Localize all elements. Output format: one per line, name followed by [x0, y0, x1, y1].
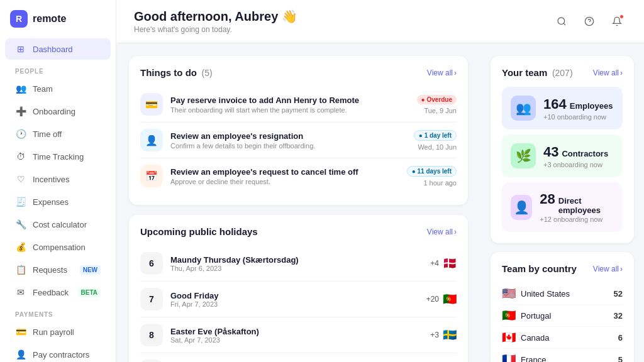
cost-calculator-icon: 🔧: [15, 219, 26, 230]
holiday-item: 6 Maundy Thursday (Skærtorsdag) Thu, Apr…: [140, 246, 457, 282]
sidebar-item-requests[interactable]: 📋 Requests NEW: [5, 259, 111, 280]
todos-view-all[interactable]: View all ›: [427, 69, 457, 77]
run-payroll-icon: 💳: [15, 326, 26, 337]
your-team-view-all[interactable]: View all ›: [593, 69, 623, 77]
task-title: Review an employee's resignation: [170, 131, 406, 141]
team-stat-direct: 👤 28 Direct employees +12 onboarding now: [502, 182, 623, 232]
people-section-label: PEOPLE: [0, 60, 116, 77]
center-column: Things to do (5) View all › 💳 Pay reserv…: [116, 43, 480, 362]
sidebar-item-label: Pay contractors: [33, 350, 89, 359]
country-flag: 🇨🇦: [502, 331, 516, 344]
task-icon-invoice: 💳: [140, 93, 163, 116]
logo-text: remote: [33, 13, 66, 25]
sidebar-item-label: Incentives: [33, 175, 70, 184]
sidebar-item-onboarding[interactable]: ➕ Onboarding: [5, 101, 111, 122]
holiday-meta: +3 🇸🇪: [430, 328, 457, 342]
main-content: Good afternoon, Aubrey 👋 Here's what's g…: [116, 0, 644, 362]
sidebar-item-expenses[interactable]: 🧾 Expenses: [5, 191, 111, 212]
feedback-badge: BETA: [78, 288, 101, 297]
sidebar-item-compensation[interactable]: 💰 Compensation: [5, 236, 111, 258]
team-stat-employees: 👥 164 Employees +10 onboarding now: [502, 87, 623, 129]
holiday-item: 7 Good Friday Fri, Apr 7, 2023 +20 🇵🇹: [140, 282, 457, 317]
country-item: 🇵🇹 Portugal 32: [502, 305, 623, 327]
direct-employees-icon: 👤: [511, 195, 532, 220]
country-item: 🇫🇷 France 5: [502, 349, 623, 362]
logo: R remote: [0, 10, 116, 38]
sidebar-item-feedback[interactable]: ✉ Feedback BETA: [5, 282, 111, 303]
task-badge-days: ● 1 day left: [414, 130, 457, 141]
task-subtitle: Confirm a few details to begin their off…: [170, 142, 406, 150]
sidebar-item-label: Requests: [33, 265, 67, 275]
sidebar-item-time-off[interactable]: 🕐 Time off: [5, 123, 111, 145]
holiday-meta: +20 🇵🇹: [426, 292, 457, 306]
country-name: Canada: [521, 333, 613, 343]
requests-icon: 📋: [15, 264, 26, 275]
task-date: Wed, 10 Jun: [418, 143, 457, 151]
country-count: 32: [614, 311, 623, 321]
flag-icon: 🇵🇹: [443, 292, 457, 306]
team-stat-contractors: 🌿 43 Contractors +3 onboarding now: [502, 134, 623, 177]
task-subtitle: Their onboarding will start when the pay…: [170, 106, 409, 114]
flag-icon: 🇩🇰: [443, 256, 457, 270]
search-icon[interactable]: [552, 12, 571, 31]
task-meta: ● 1 day left Wed, 10 Jun: [414, 130, 457, 151]
task-item: 📅 Review an employee's request to cancel…: [140, 158, 457, 194]
country-list: 🇺🇸 United States 52 🇵🇹 Portugal 32 🇨🇦 Ca…: [502, 283, 623, 362]
team-by-country-card: Team by country View all › 🇺🇸 United Sta…: [491, 252, 634, 362]
help-icon[interactable]: [580, 12, 599, 31]
holiday-content: Maundy Thursday (Skærtorsdag) Thu, Apr 6…: [170, 255, 423, 272]
sidebar-item-team[interactable]: 👥 Team: [5, 78, 111, 99]
time-tracking-icon: ⏱: [15, 151, 26, 162]
sidebar-item-cost-calculator[interactable]: 🔧 Cost calculator: [5, 214, 111, 235]
task-icon-timeoff: 📅: [140, 165, 163, 187]
task-icon-person: 👤: [140, 129, 163, 151]
task-subtitle: Approve or decline their request.: [170, 178, 399, 185]
svg-line-1: [564, 23, 565, 25]
sidebar-item-run-payroll[interactable]: 💳 Run payroll: [5, 321, 111, 343]
holiday-day-box: 7: [140, 288, 163, 310]
right-column: Your team (207) View all › 👥 164: [480, 43, 644, 362]
sidebar-item-label: Run payroll: [33, 327, 74, 337]
contractors-icon: 🌿: [511, 143, 536, 168]
sidebar-item-label: Onboarding: [33, 107, 75, 116]
sidebar-item-incentives[interactable]: ♡ Incentives: [5, 168, 111, 190]
sidebar-item-label: Cost calculator: [33, 220, 87, 229]
todos-header: Things to do (5) View all ›: [140, 67, 457, 78]
task-title: Review an employee's request to cancel t…: [170, 167, 399, 177]
feedback-icon: ✉: [15, 287, 26, 298]
holiday-content: Good Friday Fri, Apr 7, 2023: [170, 291, 419, 308]
sidebar-item-label: Dashboard: [33, 45, 73, 54]
holiday-day-box: 9: [140, 359, 163, 362]
holidays-title: Upcoming public holidays: [140, 226, 258, 237]
task-content: Review an employee's resignation Confirm…: [170, 131, 406, 150]
task-date: Tue, 9 Jun: [424, 107, 457, 114]
notification-icon[interactable]: [608, 12, 626, 31]
holidays-view-all[interactable]: View all ›: [427, 228, 457, 236]
team-by-country-header: Team by country View all ›: [502, 263, 623, 274]
sidebar-item-label: Compensation: [33, 243, 86, 252]
holiday-item: 8 Easter Eve (Påskafton) Sat, Apr 7, 202…: [140, 317, 457, 353]
pay-contractors-icon: 👤: [15, 349, 26, 360]
task-content: Review an employee's request to cancel t…: [170, 167, 399, 185]
sidebar: R remote ⊞ Dashboard PEOPLE 👥 Team ➕ Onb…: [0, 0, 116, 362]
team-stats: 👥 164 Employees +10 onboarding now 🌿: [502, 87, 623, 232]
sidebar-item-dashboard[interactable]: ⊞ Dashboard: [5, 38, 111, 60]
content-area: Things to do (5) View all › 💳 Pay reserv…: [116, 43, 644, 362]
task-badge-overdue: ● Overdue: [417, 95, 457, 104]
employees-icon: 👥: [511, 96, 536, 121]
direct-stat-text: 28 Direct employees +12 onboarding now: [540, 191, 614, 223]
country-item: 🇨🇦 Canada 6: [502, 327, 623, 349]
payments-section-label: PAYMENTS: [0, 304, 116, 321]
compensation-icon: 💰: [15, 241, 26, 253]
task-meta: ● Overdue Tue, 9 Jun: [417, 95, 457, 114]
task-item: 👤 Review an employee's resignation Confi…: [140, 123, 457, 158]
country-name: United States: [521, 289, 609, 299]
team-by-country-view-all[interactable]: View all ›: [593, 265, 623, 273]
country-count: 6: [618, 333, 623, 343]
holiday-content: Easter Eve (Påskafton) Sat, Apr 7, 2023: [170, 327, 423, 344]
sidebar-item-pay-contractors[interactable]: 👤 Pay contractors: [5, 344, 111, 362]
sidebar-item-label: Time off: [33, 129, 62, 139]
greeting: Good afternoon, Aubrey 👋: [134, 9, 297, 24]
dashboard-icon: ⊞: [15, 43, 26, 55]
sidebar-item-time-tracking[interactable]: ⏱ Time Tracking: [5, 146, 111, 167]
